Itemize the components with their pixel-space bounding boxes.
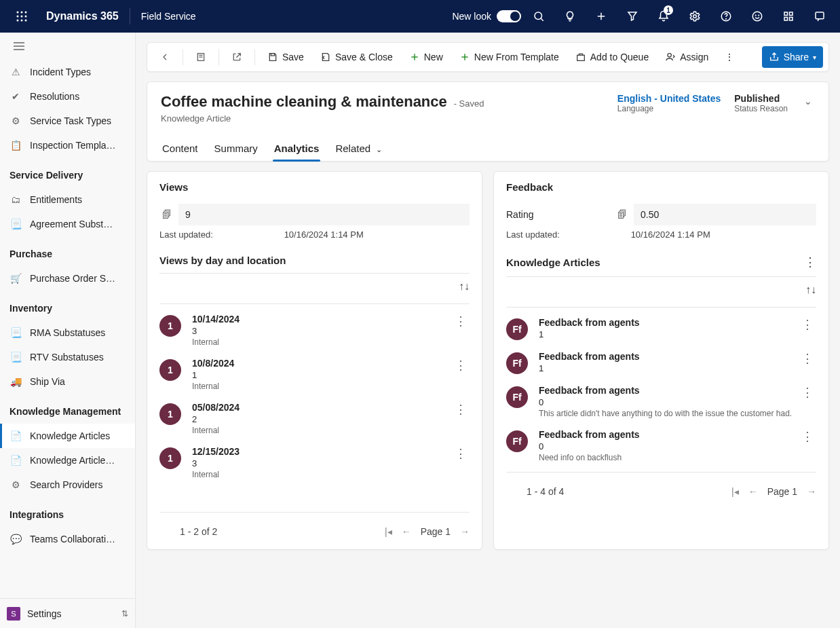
views-pager-info: 1 - 2 of 2: [180, 526, 217, 537]
add-to-queue-button[interactable]: Add to Queue: [569, 46, 655, 68]
area-label: Settings: [27, 608, 62, 619]
item-more[interactable]: ⋮: [452, 314, 470, 329]
tab[interactable]: Summary: [213, 136, 259, 161]
next-page-button[interactable]: →: [807, 486, 816, 497]
language-field[interactable]: English - United States Language: [617, 93, 721, 113]
assistant-button[interactable]: [805, 0, 835, 33]
next-page-button[interactable]: →: [460, 526, 470, 537]
sort-button[interactable]: ↑↓: [805, 284, 816, 296]
share-button[interactable]: Share▾: [762, 46, 823, 68]
first-page-button[interactable]: |◂: [731, 486, 739, 497]
shell: ⚠Incident Types✔Resolutions⚙Service Task…: [0, 33, 840, 628]
svg-line-10: [541, 18, 543, 21]
help-button[interactable]: [711, 0, 741, 33]
toggle-switch[interactable]: [497, 10, 521, 22]
nav-collapse-button[interactable]: [0, 33, 135, 60]
views-pager: 1 - 2 of 2 |◂ ← Page 1 →: [159, 526, 470, 537]
nav-item[interactable]: ✔Resolutions: [0, 84, 135, 109]
add-queue-label: Add to Queue: [590, 52, 649, 62]
feedback-list-item[interactable]: Ff Feedback from agents 1 ⋮: [506, 312, 816, 346]
apps-button[interactable]: [774, 0, 803, 33]
save-close-icon: [320, 52, 331, 62]
nav-label: Teams Collaborati…: [30, 534, 115, 544]
feedback-list-item[interactable]: Ff Feedback from agents 0 This article d…: [506, 380, 816, 424]
nav-item[interactable]: ⚙Service Task Types: [0, 109, 135, 133]
feedback-list-item[interactable]: Ff Feedback from agents 1 ⋮: [506, 346, 816, 380]
tab[interactable]: Analytics: [273, 136, 321, 161]
tab[interactable]: Content: [161, 136, 199, 161]
new-button[interactable]: New: [402, 46, 450, 68]
item-more[interactable]: ⋮: [799, 429, 816, 444]
nav-item[interactable]: 🗂Entitlements: [0, 187, 135, 212]
assign-label: Assign: [680, 52, 708, 62]
svg-point-9: [535, 12, 542, 20]
nav-item[interactable]: ⚙Search Providers: [0, 473, 135, 497]
nav-label: Incident Types: [30, 67, 91, 77]
area-switcher[interactable]: S Settings ⇅: [0, 598, 135, 628]
views-list-item[interactable]: 1 12/15/2023 3 Internal ⋮: [159, 441, 470, 485]
item-score: 0: [539, 397, 799, 407]
feedback-list-more[interactable]: ⋮: [804, 255, 816, 270]
nav-item[interactable]: 📃RTV Substatuses: [0, 345, 135, 369]
nav-group-title: Purchase: [0, 242, 135, 266]
brand-label: Dynamics 365: [38, 10, 127, 22]
nav-item[interactable]: ⚠Incident Types: [0, 60, 135, 84]
insights-button[interactable]: [555, 0, 585, 33]
sort-button[interactable]: ↑↓: [459, 280, 470, 293]
doc-icon: 🗐: [159, 209, 174, 220]
item-title: Feedback from agents: [539, 351, 799, 362]
help-icon: [720, 10, 732, 22]
nav-item[interactable]: 🚚Ship Via: [0, 369, 135, 394]
first-page-button[interactable]: |◂: [385, 526, 392, 537]
nav-group-title: Integrations: [0, 502, 135, 527]
svg-point-36: [668, 54, 671, 57]
views-list-item[interactable]: 1 05/08/2024 2 Internal ⋮: [159, 396, 470, 441]
new-from-template-button[interactable]: New From Template: [453, 46, 566, 68]
feedback-updated-value: 10/16/2024 1:14 PM: [631, 229, 710, 240]
rating-label: Rating: [506, 209, 615, 220]
save-close-label: Save & Close: [335, 52, 393, 62]
nav-item[interactable]: 📋Inspection Templa…: [0, 133, 135, 158]
nav-item[interactable]: 📃RMA Substatuses: [0, 320, 135, 345]
app-launcher[interactable]: [5, 11, 38, 22]
record-set-button[interactable]: [189, 46, 213, 68]
new-look-toggle[interactable]: New look: [452, 10, 521, 22]
add-button[interactable]: [586, 0, 616, 33]
settings-button[interactable]: [680, 0, 710, 33]
prev-page-button[interactable]: ←: [748, 486, 758, 497]
item-more[interactable]: ⋮: [452, 446, 470, 461]
views-list-item[interactable]: 1 10/8/2024 1 Internal ⋮: [159, 352, 470, 396]
notifications-button[interactable]: 1: [649, 0, 679, 33]
new-look-label: New look: [452, 11, 491, 22]
views-list-item[interactable]: 1 10/14/2024 3 Internal ⋮: [159, 308, 470, 352]
popout-button[interactable]: [225, 46, 249, 68]
record-subtitle: Knowledge Article: [161, 113, 484, 124]
status-field[interactable]: Published Status Reason: [734, 93, 788, 113]
item-more[interactable]: ⋮: [799, 317, 816, 332]
search-button[interactable]: [524, 0, 554, 33]
feedback-list-item[interactable]: Ff Feedback from agents 0 Need info on b…: [506, 424, 816, 468]
svg-point-4: [21, 16, 23, 18]
prev-page-button[interactable]: ←: [402, 526, 411, 537]
queue-icon: [575, 52, 586, 62]
tab[interactable]: Related ⌄: [334, 136, 383, 161]
assign-button[interactable]: Assign: [658, 46, 715, 68]
lightbulb-icon: [564, 10, 576, 22]
nav-item[interactable]: 📄Knowledge Articles: [0, 424, 135, 448]
filter-button[interactable]: [617, 0, 647, 33]
language-label: Language: [617, 104, 721, 113]
save-close-button[interactable]: Save & Close: [313, 46, 400, 68]
feedback-button[interactable]: [742, 0, 772, 33]
header-expand[interactable]: ⌄: [801, 93, 815, 109]
item-more[interactable]: ⋮: [452, 358, 470, 373]
item-more[interactable]: ⋮: [799, 385, 816, 400]
item-more[interactable]: ⋮: [452, 402, 470, 417]
nav-item[interactable]: 🛒Purchase Order S…: [0, 266, 135, 291]
overflow-button[interactable]: ⋮: [718, 46, 741, 68]
item-more[interactable]: ⋮: [799, 351, 816, 366]
nav-item[interactable]: 📃Agreement Subst…: [0, 212, 135, 236]
save-button[interactable]: Save: [261, 46, 311, 68]
nav-item[interactable]: 💬Teams Collaborati…: [0, 527, 135, 551]
nav-item[interactable]: 📄Knowledge Article…: [0, 448, 135, 473]
back-button[interactable]: [153, 46, 177, 68]
